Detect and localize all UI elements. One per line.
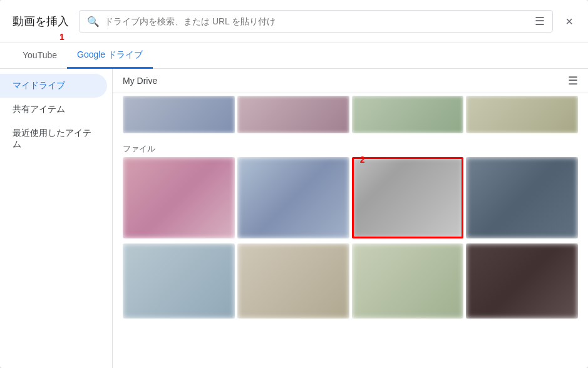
bot-thumb-4[interactable] — [466, 243, 578, 319]
search-input[interactable] — [105, 16, 525, 26]
sidebar-item-my-drive[interactable]: マイドライブ — [0, 74, 107, 98]
sidebar: マイドライブ 共有アイテム 最近使用したアイテム — [0, 69, 113, 368]
bot-thumb-1[interactable] — [123, 243, 235, 319]
search-icon: 🔍 — [87, 16, 100, 28]
breadcrumb-bar: My Drive ☰ — [113, 69, 588, 93]
tab-google-drive[interactable]: Google ドライブ — [67, 43, 153, 69]
file-thumb-3-selected[interactable] — [352, 157, 464, 238]
breadcrumb: My Drive — [123, 76, 157, 86]
files-grid — [123, 157, 578, 238]
tab-youtube[interactable]: YouTube — [13, 44, 67, 68]
filter-icon[interactable]: ☰ — [535, 14, 545, 28]
files-section-label: ファイル — [113, 138, 588, 157]
insert-video-dialog: 動画を挿入 🔍 ☰ × 1 YouTube Google ドライブ マイドライブ… — [0, 0, 588, 368]
close-button[interactable]: × — [563, 13, 575, 30]
search-bar[interactable]: 🔍 ☰ — [79, 10, 553, 33]
top-thumb-4[interactable] — [466, 96, 578, 133]
bottom-thumbnails-row — [113, 241, 588, 324]
dialog-title: 動画を挿入 — [13, 14, 69, 29]
dialog-body: マイドライブ 共有アイテム 最近使用したアイテム My Drive ☰ — [0, 69, 588, 368]
annotation-2: 2 — [360, 155, 365, 165]
bot-thumb-3[interactable] — [352, 243, 464, 319]
top-thumb-1[interactable] — [123, 96, 235, 133]
sidebar-item-recent[interactable]: 最近使用したアイテム — [0, 121, 107, 156]
file-thumb-2[interactable] — [237, 157, 349, 238]
dialog-header: 動画を挿入 🔍 ☰ × — [0, 0, 588, 43]
selection-border — [352, 157, 464, 238]
tabs-row: 1 YouTube Google ドライブ — [0, 43, 588, 69]
content-area[interactable]: ファイル 2 — [113, 93, 588, 368]
main-content: My Drive ☰ ファイル 2 — [113, 69, 588, 368]
annotation-1: 1 — [59, 32, 64, 42]
file-thumb-4[interactable] — [466, 157, 578, 238]
file-thumb-1[interactable] — [123, 157, 235, 238]
top-thumb-3[interactable] — [352, 96, 464, 133]
top-thumbnails-row — [113, 93, 588, 136]
files-row-container: 2 — [113, 157, 588, 241]
top-thumb-2[interactable] — [237, 96, 349, 133]
sidebar-item-shared[interactable]: 共有アイテム — [0, 98, 107, 121]
bot-thumb-2[interactable] — [237, 243, 349, 319]
list-view-icon[interactable]: ☰ — [568, 74, 578, 88]
